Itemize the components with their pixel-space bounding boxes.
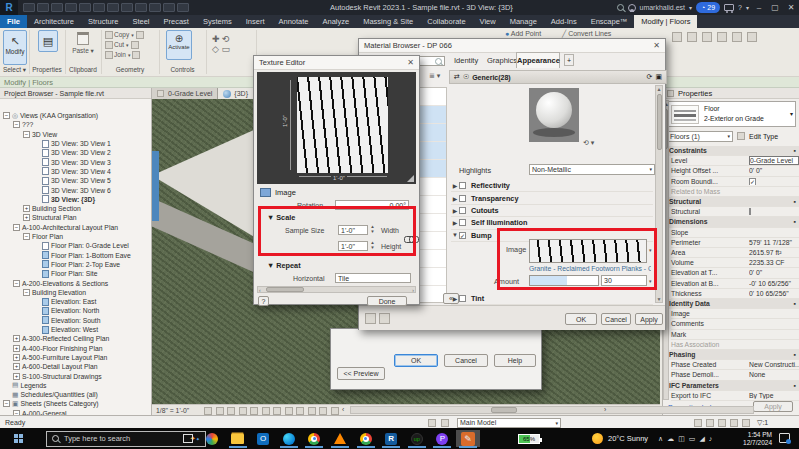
tag-by-category-icon[interactable] bbox=[135, 3, 147, 12]
type-selector[interactable]: Floor 2-Exterior on Grade ▾ bbox=[667, 101, 796, 127]
property-value[interactable]: 0' 0" bbox=[749, 269, 799, 276]
scale-icon[interactable] bbox=[204, 407, 212, 415]
ribbon-tab-precast[interactable]: Precast bbox=[157, 15, 196, 28]
tree-item[interactable]: Floor Plan: 0-Grade Level bbox=[33, 241, 129, 250]
collapse-icon[interactable]: − bbox=[13, 280, 20, 287]
scrollbar-right-arrow[interactable]: › bbox=[604, 406, 606, 413]
height-spinner[interactable]: ▲▼ bbox=[369, 241, 376, 250]
tree-item[interactable]: −??? bbox=[13, 120, 33, 129]
render-icon[interactable] bbox=[149, 3, 161, 12]
design-option-select[interactable]: Main Model▾ bbox=[457, 418, 561, 428]
tree-item[interactable]: −Floor Plan bbox=[23, 232, 63, 241]
print-icon[interactable] bbox=[79, 3, 91, 12]
ribbon-tab-enscape-[interactable]: Enscape™ bbox=[584, 15, 635, 28]
ribbon-tab-architecture[interactable]: Architecture bbox=[27, 15, 81, 28]
scrollbar-left-arrow[interactable]: ‹ bbox=[342, 406, 344, 413]
section-checkbox[interactable] bbox=[459, 295, 466, 302]
ribbon-tab-file[interactable]: File bbox=[0, 15, 27, 28]
type-selector-dropdown-icon[interactable]: ▾ bbox=[790, 110, 793, 117]
sample-width-input[interactable]: 1'-0" bbox=[338, 225, 368, 235]
element-filter-select[interactable]: Floors (1)▾ bbox=[667, 131, 733, 142]
vlc-taskbar-icon[interactable] bbox=[328, 430, 352, 447]
task-view-button[interactable] bbox=[176, 430, 200, 447]
shadows-icon[interactable] bbox=[250, 407, 258, 415]
property-checkbox[interactable]: ✓ bbox=[749, 178, 756, 185]
create-material-icon[interactable] bbox=[365, 313, 376, 324]
tree-item[interactable]: +Building Section bbox=[23, 204, 81, 213]
app-p-taskbar-icon[interactable]: P bbox=[430, 430, 454, 447]
tree-item[interactable]: 3D View: 3D View 3 bbox=[33, 158, 111, 167]
property-value[interactable]: New Constructi... bbox=[749, 361, 799, 368]
tree-item[interactable]: Floor Plan: Site bbox=[33, 269, 97, 278]
resize-grip-icon[interactable] bbox=[407, 175, 414, 182]
expand-icon[interactable]: + bbox=[23, 214, 30, 221]
appearance-section-transparency[interactable]: ▶Transparency bbox=[451, 192, 653, 204]
worksharing-icon[interactable] bbox=[428, 419, 436, 427]
tree-item[interactable]: −A-100-Architectural Layout Plan bbox=[13, 223, 118, 232]
ribbon-tool-icon-5[interactable] bbox=[732, 32, 742, 42]
open-icon[interactable] bbox=[23, 3, 35, 12]
ribbon-tab-structure[interactable]: Structure bbox=[81, 15, 125, 28]
material-list-view-icon[interactable]: ≣ ▾ bbox=[429, 72, 440, 80]
expand-icon[interactable]: ▶ bbox=[451, 182, 459, 189]
expand-icon[interactable]: ▶ bbox=[451, 207, 459, 214]
tree-item[interactable]: ▤Legends bbox=[3, 381, 47, 390]
tree-item[interactable]: 3D View: 3D View 4 bbox=[33, 167, 111, 176]
bump-image-caption[interactable]: Granite - Reclaimed Footworn Planks - C.… bbox=[529, 265, 651, 272]
property-value[interactable]: 0' 0" bbox=[749, 167, 799, 174]
array-icon[interactable]: ▭ bbox=[221, 44, 230, 54]
drag-on-selection-icon[interactable] bbox=[742, 419, 750, 427]
expand-icon[interactable]: + bbox=[13, 335, 20, 342]
ribbon-tab-analyze[interactable]: Analyze bbox=[316, 15, 357, 28]
tree-item[interactable]: −3D View bbox=[23, 130, 57, 139]
close-button[interactable]: ✕ bbox=[785, 3, 797, 12]
tree-item[interactable]: +A-600-Detail Layout Plan bbox=[13, 362, 98, 371]
ribbon-tab-manage[interactable]: Manage bbox=[503, 15, 544, 28]
texture-help-button[interactable]: ? bbox=[258, 296, 269, 306]
editing-requests-icon[interactable] bbox=[441, 419, 449, 427]
thin-lines-icon[interactable] bbox=[177, 3, 189, 12]
tree-item[interactable]: Floor Plan: 1-Bottom Eave bbox=[33, 251, 131, 260]
rotation-input[interactable]: 0.00° bbox=[335, 200, 409, 210]
file-explorer-taskbar-icon[interactable] bbox=[226, 430, 250, 447]
duplicate-asset-icon[interactable]: ▣ bbox=[655, 73, 662, 81]
dialog-help-button[interactable]: Help bbox=[494, 354, 536, 367]
tree-item[interactable]: 3D View: 3D View 5 bbox=[33, 176, 111, 185]
add-point-tool[interactable]: ● Add Point bbox=[505, 30, 541, 37]
dialog-ok-button[interactable]: OK bbox=[394, 354, 438, 367]
expand-icon[interactable]: + bbox=[13, 354, 20, 361]
select-pinned-icon[interactable] bbox=[718, 419, 726, 427]
ribbon-tab-insert[interactable]: Insert bbox=[239, 15, 272, 28]
edge-taskbar-icon[interactable] bbox=[277, 430, 301, 447]
copilot-taskbar-icon[interactable] bbox=[200, 430, 224, 447]
sample-height-input[interactable]: 1'-0" bbox=[338, 241, 368, 251]
view-tab-3d[interactable]: {3D} bbox=[218, 88, 254, 99]
minimize-button[interactable]: – bbox=[753, 3, 765, 12]
constraints-icon[interactable] bbox=[331, 407, 339, 415]
collapse-icon[interactable]: − bbox=[23, 233, 30, 240]
copy-tool[interactable]: Copy bbox=[114, 31, 129, 38]
properties-apply-button[interactable]: Apply bbox=[753, 401, 793, 412]
filter-icon[interactable]: ▽:1 bbox=[757, 419, 768, 427]
tree-item[interactable]: 3D View: 3D View 6 bbox=[33, 185, 111, 194]
tree-item[interactable]: 3D View: 3D View 2 bbox=[33, 148, 111, 157]
section-checkbox[interactable]: ✓ bbox=[459, 232, 466, 239]
tab-graphics[interactable]: Graphics bbox=[487, 56, 517, 65]
tab-identity[interactable]: Identity bbox=[454, 56, 478, 65]
search-icon[interactable] bbox=[617, 4, 624, 11]
ribbon-tab-systems[interactable]: Systems bbox=[196, 15, 239, 28]
convert-lines-tool[interactable]: ╱ Convert Lines bbox=[562, 30, 611, 38]
tree-item[interactable]: 3D View: 3D View 1 bbox=[33, 139, 111, 148]
collapse-icon[interactable]: ▼ bbox=[451, 232, 459, 238]
revit-app-menu-icon[interactable]: R bbox=[0, 0, 18, 15]
display-icon[interactable]: ▭ bbox=[689, 435, 696, 443]
save-icon[interactable] bbox=[37, 3, 49, 12]
collapse-icon[interactable]: − bbox=[3, 400, 10, 407]
expand-icon[interactable]: ▶ bbox=[451, 219, 459, 226]
property-value[interactable]: 0-Grade Level bbox=[749, 156, 799, 165]
unlocked-view-icon[interactable] bbox=[319, 407, 327, 415]
view-scale-button[interactable]: 1/8" = 1'-0" bbox=[156, 407, 189, 414]
expand-icon[interactable]: + bbox=[23, 205, 30, 212]
onedrive-icon[interactable]: ☁ bbox=[667, 435, 674, 443]
ribbon-tab-modify-floors[interactable]: Modify | Floors bbox=[634, 15, 697, 28]
